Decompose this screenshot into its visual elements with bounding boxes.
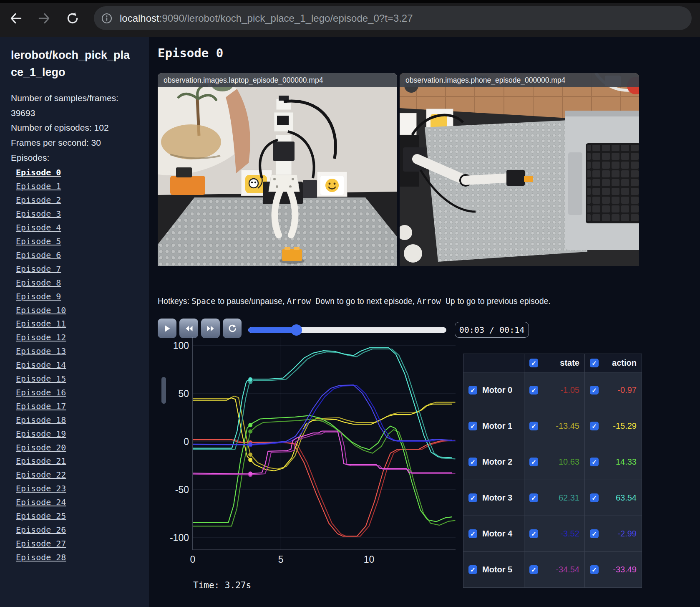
action-value: -15.29 [613,421,637,431]
site-info-icon[interactable] [101,12,113,25]
motor-row-checkbox[interactable]: ✓ [468,458,477,466]
hugging-face-box [317,172,347,197]
url-path: :9090/lerobot/koch_pick_place_1_lego/epi… [159,13,413,24]
episode-link[interactable]: Episode 6 [16,248,139,262]
state-value-cell: ✓-13.45 [524,408,585,444]
state-value-checkbox[interactable]: ✓ [529,386,538,395]
y-tick-label: 0 [184,436,189,447]
episode-link[interactable]: Episode 22 [16,468,139,482]
y-tick-label: 50 [178,388,189,399]
state-value-checkbox[interactable]: ✓ [529,529,538,538]
episode-link[interactable]: Episode 24 [16,496,139,509]
motor-row-checkbox[interactable]: ✓ [468,493,477,502]
motor-row-checkbox[interactable]: ✓ [468,422,477,430]
state-value-cell: ✓-3.52 [524,516,585,552]
episode-link[interactable]: Episode 9 [16,290,139,304]
url-bar[interactable]: localhost:9090/lerobot/koch_pick_place_1… [94,6,692,30]
episode-link[interactable]: Episode 23 [16,482,139,496]
episode-link[interactable]: Episode 25 [16,509,139,523]
state-column-checkbox[interactable]: ✓ [529,359,538,367]
hotkey-text: to go to previous episode. [455,296,551,306]
episode-link[interactable]: Episode 19 [16,427,139,441]
episode-link[interactable]: Episode 14 [16,358,139,372]
hotkey-text: Hotkeys: [158,296,191,306]
sidebar: lerobot/koch_pick_place_1_lego Number of… [0,37,149,607]
episode-link[interactable]: Episode 28 [16,551,139,564]
episode-link[interactable]: Episode 27 [16,537,139,551]
table-row: ✓Motor 0✓-1.05✓-0.97 [463,372,642,408]
video-phone-camera[interactable]: observation.images.phone_episode_000000.… [400,73,639,266]
action-value: 63.54 [616,493,637,503]
episode-link[interactable]: Episode 0 [16,166,139,180]
stat-samples: Number of samples/frames: 39693 [11,91,123,120]
page-title: Episode 0 [158,46,223,60]
motor-row-checkbox[interactable]: ✓ [468,386,477,395]
episode-link[interactable]: Episode 13 [16,344,139,358]
action-value: -0.97 [617,385,637,395]
episode-link[interactable]: Episode 4 [16,221,139,235]
action-value-cell: ✓63.54 [585,480,642,516]
table-corner-cell [463,354,524,372]
dataset-title: lerobot/koch_pick_place_1_lego [11,47,134,81]
episode-link[interactable]: Episode 10 [16,304,139,317]
episode-link[interactable]: Episode 20 [16,441,139,455]
lego-brick [282,249,302,261]
x-tick-label: 10 [364,554,375,565]
current-time-marker [248,442,252,446]
state-value: -13.45 [556,421,579,431]
action-value-cell: ✓14.33 [585,444,642,480]
state-value-checkbox[interactable]: ✓ [529,493,538,502]
phone-video-scene [400,73,639,266]
current-time-marker [248,472,252,476]
episode-link[interactable]: Episode 1 [16,180,139,193]
episode-link[interactable]: Episode 3 [16,207,139,221]
action-header-label: action [612,358,637,368]
episode-link[interactable]: Episode 12 [16,331,139,344]
video-laptop-camera[interactable]: observation.images.laptop_episode_000000… [158,73,397,266]
action-value-checkbox[interactable]: ✓ [590,386,599,395]
browser-toolbar: localhost:9090/lerobot/koch_pick_place_1… [0,0,700,37]
episode-link[interactable]: Episode 5 [16,235,139,248]
current-time-marker [248,458,252,462]
episode-link[interactable]: Episode 18 [16,413,139,427]
motor-name: Motor 2 [482,457,512,467]
episode-link[interactable]: Episode 26 [16,523,139,537]
hotkey-key: Arrow Down [287,296,335,306]
action-value-checkbox[interactable]: ✓ [590,458,599,466]
browser-reload-button[interactable] [65,11,80,26]
action-value-checkbox[interactable]: ✓ [590,529,599,538]
motor-row-checkbox[interactable]: ✓ [468,529,477,538]
browser-back-button[interactable] [8,11,23,26]
browser-forward-button[interactable] [37,11,52,26]
episode-link[interactable]: Episode 2 [16,193,139,207]
action-value-checkbox[interactable]: ✓ [590,493,599,502]
episode-link[interactable]: Episode 21 [16,454,139,468]
window-top-strip [0,0,700,3]
action-value: 14.33 [616,457,637,467]
hotkeys-help: Hotkeys: Space to pause/unpause, Arrow D… [158,296,551,306]
episode-link[interactable]: Episode 17 [16,400,139,413]
episode-link[interactable]: Episode 16 [16,386,139,400]
episode-link[interactable]: Episode 15 [16,372,139,386]
episode-link[interactable]: Episode 11 [16,317,139,331]
episode-link[interactable]: Episode 8 [16,276,139,290]
episode-link[interactable]: Episode 7 [16,262,139,276]
motor-row-checkbox[interactable]: ✓ [468,565,477,574]
action-value-checkbox[interactable]: ✓ [590,565,599,574]
state-value: -3.52 [560,529,579,539]
scrollbar-thumb[interactable] [161,377,166,404]
action-column-checkbox[interactable]: ✓ [590,359,599,367]
state-header-label: state [560,358,579,368]
current-time-label: Time: 3.27s [193,580,251,590]
state-value-checkbox[interactable]: ✓ [529,565,538,574]
motor-name: Motor 3 [482,493,512,503]
state-value: -1.05 [560,385,579,395]
hotkey-text: to pause/unpause, [215,296,287,306]
hotkey-key: Space [191,296,215,306]
series-action-motor-4 [189,385,452,445]
series-state-motor-3 [193,349,456,459]
url-text: localhost:9090/lerobot/koch_pick_place_1… [120,13,413,24]
state-value-checkbox[interactable]: ✓ [529,422,538,430]
state-value-checkbox[interactable]: ✓ [529,458,538,466]
action-value-checkbox[interactable]: ✓ [590,422,599,430]
